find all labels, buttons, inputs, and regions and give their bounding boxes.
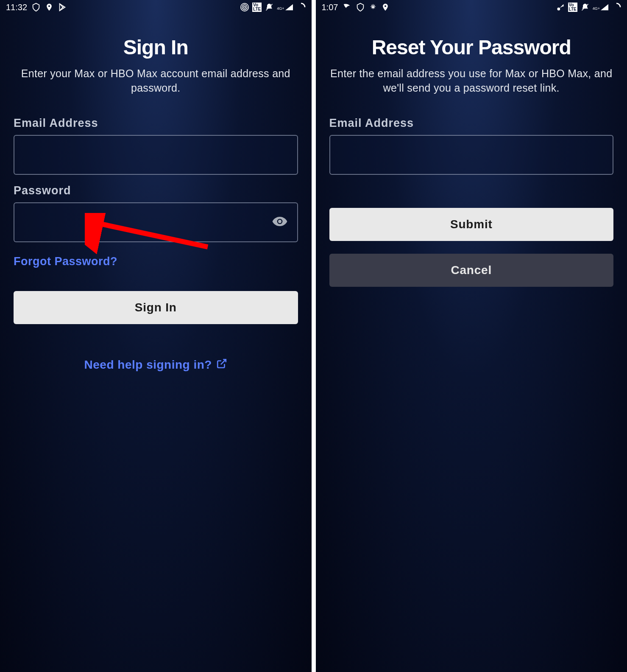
help-link-text: Need help signing in? bbox=[84, 358, 212, 372]
external-link-icon bbox=[216, 358, 227, 372]
sign-in-screen: 11:32 VoLTE 4G+ bbox=[0, 0, 312, 672]
status-time: 11:32 bbox=[6, 3, 27, 12]
email-label: Email Address bbox=[329, 117, 614, 130]
reset-password-screen: 1:07 VoLTE 4G+ bbox=[316, 0, 627, 672]
svg-point-0 bbox=[244, 6, 246, 8]
password-input-wrapper bbox=[14, 202, 298, 242]
location-icon bbox=[45, 3, 53, 11]
status-time: 1:07 bbox=[322, 3, 338, 12]
status-bar: 1:07 VoLTE 4G+ bbox=[316, 0, 627, 14]
email-label: Email Address bbox=[14, 117, 298, 130]
email-form-group: Email Address bbox=[329, 117, 614, 175]
loading-icon bbox=[612, 3, 621, 12]
svg-point-8 bbox=[557, 8, 560, 11]
email-input[interactable] bbox=[329, 135, 614, 175]
cancel-button[interactable]: Cancel bbox=[329, 254, 614, 287]
password-form-group: Password bbox=[14, 184, 298, 242]
key-icon bbox=[556, 3, 565, 11]
status-bar-right: VoLTE 4G+ bbox=[556, 3, 621, 12]
hotspot-icon bbox=[240, 3, 249, 11]
boomerang-icon bbox=[342, 3, 351, 12]
loading-icon bbox=[296, 3, 306, 12]
signal-icon: 4G+ bbox=[593, 4, 608, 11]
submit-button[interactable]: Submit bbox=[329, 208, 614, 241]
page-subtitle: Enter your Max or HBO Max account email … bbox=[14, 67, 298, 95]
shield-icon bbox=[356, 3, 365, 12]
page-subtitle: Enter the email address you use for Max … bbox=[329, 67, 614, 95]
page-title: Reset Your Password bbox=[329, 36, 614, 59]
status-bar: 11:32 VoLTE 4G+ bbox=[0, 0, 312, 14]
eye-icon[interactable] bbox=[272, 213, 288, 231]
password-label: Password bbox=[14, 184, 298, 197]
location-icon bbox=[381, 3, 390, 11]
settings-icon bbox=[369, 3, 377, 11]
email-form-group: Email Address bbox=[14, 117, 298, 175]
password-input[interactable] bbox=[14, 202, 298, 242]
sign-in-content: Sign In Enter your Max or HBO Max accoun… bbox=[0, 14, 312, 372]
volte-icon: VoLTE bbox=[568, 3, 577, 12]
shield-icon bbox=[31, 3, 41, 12]
forgot-password-link[interactable]: Forgot Password? bbox=[14, 255, 298, 268]
sign-in-button[interactable]: Sign In bbox=[14, 291, 298, 324]
help-link[interactable]: Need help signing in? bbox=[84, 358, 227, 372]
mute-icon bbox=[265, 3, 273, 11]
reset-content: Reset Your Password Enter the email addr… bbox=[316, 14, 627, 300]
page-title: Sign In bbox=[14, 36, 298, 59]
play-store-icon bbox=[58, 3, 67, 12]
signal-icon: 4G+ bbox=[277, 4, 293, 11]
status-bar-right: VoLTE 4G+ bbox=[240, 3, 305, 12]
svg-point-1 bbox=[242, 5, 247, 10]
status-bar-left: 1:07 bbox=[322, 3, 390, 12]
volte-icon: VoLTE bbox=[252, 3, 262, 12]
email-input[interactable] bbox=[14, 135, 298, 175]
svg-line-4 bbox=[221, 359, 226, 364]
mute-icon bbox=[581, 3, 589, 11]
status-bar-left: 11:32 bbox=[6, 3, 67, 12]
